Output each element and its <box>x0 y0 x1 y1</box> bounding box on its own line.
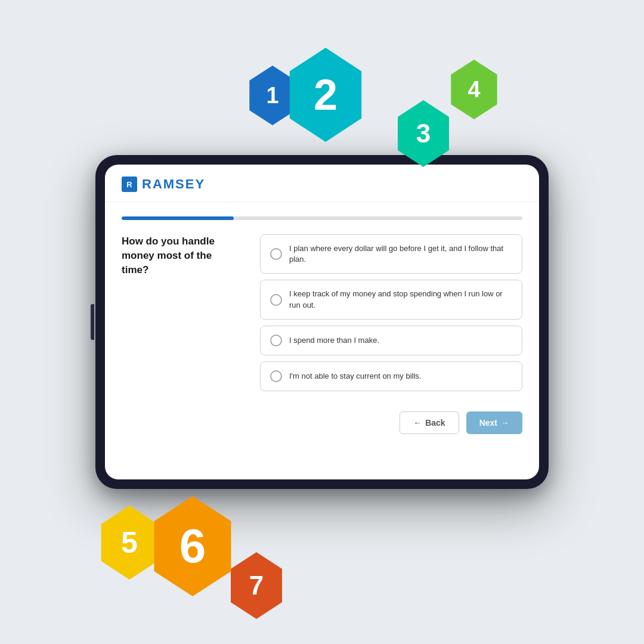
content-area: How do you handle money most of the time… <box>122 234 522 465</box>
logo-name: RAMSEY <box>142 177 205 192</box>
radio-2 <box>270 294 282 306</box>
radio-1 <box>270 248 282 260</box>
progress-fill <box>122 216 234 220</box>
radio-4 <box>270 370 282 382</box>
hex-step-7: 7 <box>227 552 286 619</box>
options-area: I plan where every dollar will go before… <box>260 234 522 465</box>
next-button[interactable]: Next <box>466 411 522 434</box>
back-label: Back <box>425 418 445 428</box>
question-area: How do you handle money most of the time… <box>122 234 241 465</box>
logo-box: R <box>122 177 137 192</box>
next-arrow-icon <box>501 418 509 428</box>
option-1-text: I plan where every dollar will go before… <box>289 243 512 265</box>
option-4-text: I'm not able to stay current on my bills… <box>289 371 421 382</box>
hex-step-2: 2 <box>284 48 367 142</box>
back-arrow-icon <box>413 418 422 428</box>
radio-3 <box>270 335 282 346</box>
option-2-text: I keep track of my money and stop spendi… <box>289 289 512 310</box>
hex-step-6: 6 <box>148 496 237 596</box>
tablet-device: R RAMSEY How do you handle money most of… <box>95 155 549 489</box>
option-1[interactable]: I plan where every dollar will go before… <box>260 234 522 274</box>
logo-letter: R <box>126 180 132 189</box>
tablet-screen: R RAMSEY How do you handle money most of… <box>105 165 539 479</box>
hex-step-1: 1 <box>246 66 299 125</box>
next-label: Next <box>479 418 497 428</box>
option-3-text: I spend more than I make. <box>289 335 379 346</box>
question-text: How do you handle money most of the time… <box>122 234 241 277</box>
option-4[interactable]: I'm not able to stay current on my bills… <box>260 361 522 391</box>
option-2[interactable]: I keep track of my money and stop spendi… <box>260 280 522 319</box>
option-3[interactable]: I spend more than I make. <box>260 326 522 355</box>
app-header: R RAMSEY <box>105 165 539 202</box>
hex-step-4: 4 <box>447 60 501 119</box>
hex-step-5: 5 <box>97 506 162 580</box>
app-body: How do you handle money most of the time… <box>105 202 539 479</box>
buttons-row: Back Next <box>260 407 522 434</box>
progress-bar <box>122 216 522 220</box>
back-button[interactable]: Back <box>400 411 459 434</box>
